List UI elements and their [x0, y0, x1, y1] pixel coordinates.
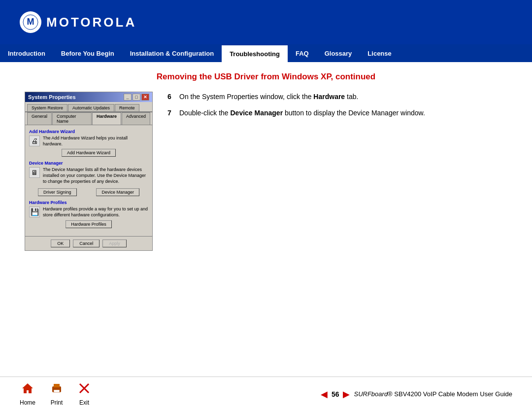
section-add-hardware-label: Add Hardware Wizard	[29, 129, 148, 134]
nav-item-faq[interactable]: FAQ	[288, 44, 317, 62]
instruction-step-7: 7 Double-click the Device Manager button…	[167, 108, 507, 118]
nav-item-before-you-begin[interactable]: Before You Begin	[53, 44, 122, 62]
home-icon	[21, 382, 34, 398]
instructions: 6 On the System Properties window, click…	[167, 92, 507, 124]
device-manager-button[interactable]: Device Manager	[96, 188, 139, 196]
section-add-hardware: Add Hardware Wizard 🖨 The Add Hardware W…	[29, 129, 148, 157]
hardware-profiles-icon: 💾	[29, 206, 40, 217]
dialog-body: Add Hardware Wizard 🖨 The Add Hardware W…	[25, 125, 152, 236]
section-device-manager-label: Device Manager	[29, 161, 148, 166]
step-7-bold: Device Manager	[231, 109, 283, 117]
nav-item-license[interactable]: License	[360, 44, 399, 62]
page-title: Removing the USB Driver from Windows XP,…	[25, 72, 507, 82]
hardware-profiles-button[interactable]: Hardware Profiles	[66, 220, 112, 228]
footer-exit-item[interactable]: Exit	[78, 382, 91, 406]
section-hardware-profiles: Hardware Profiles 💾 Hardware profiles pr…	[29, 200, 148, 228]
home-label: Home	[20, 399, 35, 406]
exit-icon	[78, 382, 91, 398]
main-content: System Properties _ □ ✕ System Restore A…	[25, 92, 507, 251]
footer-nav-right: ◀ 56 ▶ SURFboard® SBV4200 VoIP Cable Mod…	[321, 389, 512, 400]
cancel-button[interactable]: Cancel	[73, 240, 100, 247]
tab-advanced[interactable]: Advanced	[122, 112, 150, 125]
footer-nav: Home Print	[0, 377, 532, 411]
motorola-brand-text: MOTOROLA	[46, 15, 136, 30]
add-hardware-wizard-button[interactable]: Add Hardware Wizard	[62, 149, 116, 157]
motorola-m-icon: M	[20, 11, 41, 33]
nav-item-introduction[interactable]: Introduction	[0, 44, 53, 62]
header-band: M MOTOROLA	[0, 0, 532, 44]
step-6-text: On the System Properties window, click t…	[179, 92, 507, 102]
tab-remote[interactable]: Remote	[115, 104, 139, 111]
dialog-tabs-row1: System Restore Automatic Updates Remote	[25, 102, 152, 112]
guide-text: SURFboard® SBV4200 VoIP Cable Modem User…	[354, 390, 512, 398]
section-hardware-profiles-row: 💾 Hardware profiles provide a way for yo…	[29, 206, 148, 218]
footer-print-item[interactable]: Print	[50, 382, 63, 406]
nav-bar: Introduction Before You Begin Installati…	[0, 44, 532, 62]
add-hardware-icon: 🖨	[29, 136, 40, 146]
dialog-screenshot: System Properties _ □ ✕ System Restore A…	[25, 92, 153, 251]
svg-marker-2	[22, 383, 33, 393]
step-7-text: Double-click the Device Manager button t…	[179, 108, 507, 118]
close-button[interactable]: ✕	[141, 94, 149, 101]
device-manager-buttons-row: Driver Signing Device Manager	[29, 186, 148, 196]
footer-nav-left: Home Print	[20, 382, 91, 406]
page-number: 56	[332, 390, 339, 398]
surfboard-text: SURFboard	[354, 390, 388, 398]
instruction-step-6: 6 On the System Properties window, click…	[167, 92, 507, 102]
driver-signing-button[interactable]: Driver Signing	[38, 188, 77, 196]
section-add-hardware-text: The Add Hardware Wizard helps you instal…	[43, 136, 148, 147]
step-6-num: 6	[167, 92, 175, 102]
device-manager-icon: 🖥	[29, 167, 40, 178]
step-6-bold: Hardware	[313, 93, 345, 101]
section-hardware-profiles-label: Hardware Profiles	[29, 200, 148, 205]
maximize-button[interactable]: □	[133, 94, 140, 101]
svg-rect-5	[54, 390, 60, 392]
section-hardware-profiles-text: Hardware profiles provide a way for you …	[43, 206, 148, 218]
apply-button[interactable]: Apply	[102, 240, 127, 247]
minimize-button[interactable]: _	[124, 94, 132, 101]
tab-computer-name[interactable]: Computer Name	[52, 112, 92, 125]
page-wrapper: M MOTOROLA Introduction Before You Begin…	[0, 0, 532, 411]
svg-rect-4	[54, 384, 60, 387]
dialog-titlebar: System Properties _ □ ✕	[25, 92, 152, 102]
content-area: Removing the USB Driver from Windows XP,…	[0, 62, 532, 377]
prev-page-arrow[interactable]: ◀	[321, 389, 328, 400]
dialog-title-text: System Properties	[28, 94, 76, 100]
footer-home-item[interactable]: Home	[20, 382, 35, 406]
tab-system-restore[interactable]: System Restore	[27, 104, 67, 111]
tab-general[interactable]: General	[27, 112, 52, 125]
section-device-manager-row: 🖥 The Device Manager lists all the hardw…	[29, 167, 148, 184]
nav-item-glossary[interactable]: Glossary	[317, 44, 360, 62]
exit-label: Exit	[79, 399, 89, 406]
dialog-titlebar-buttons: _ □ ✕	[124, 94, 149, 101]
tab-hardware[interactable]: Hardware	[92, 112, 121, 125]
section-device-manager: Device Manager 🖥 The Device Manager list…	[29, 161, 148, 196]
section-device-manager-text: The Device Manager lists all the hardwar…	[43, 167, 148, 184]
dialog-footer: OK Cancel Apply	[25, 236, 152, 250]
print-icon	[50, 382, 63, 398]
motorola-logo: M MOTOROLA	[20, 11, 136, 33]
print-label: Print	[51, 399, 63, 406]
guide-text-content: SBV4200 VoIP Cable Modem User Guide	[394, 390, 512, 398]
dialog-tabs-row2: General Computer Name Hardware Advanced	[25, 112, 152, 125]
section-add-hardware-row: 🖨 The Add Hardware Wizard helps you inst…	[29, 136, 148, 147]
tab-automatic-updates[interactable]: Automatic Updates	[68, 104, 114, 111]
step-7-num: 7	[167, 108, 175, 118]
nav-item-troubleshooting[interactable]: Troubleshooting	[222, 44, 288, 62]
svg-text:M: M	[27, 17, 34, 27]
next-page-arrow[interactable]: ▶	[343, 389, 350, 400]
nav-item-installation[interactable]: Installation & Configuration	[122, 44, 222, 62]
ok-button[interactable]: OK	[51, 240, 70, 247]
